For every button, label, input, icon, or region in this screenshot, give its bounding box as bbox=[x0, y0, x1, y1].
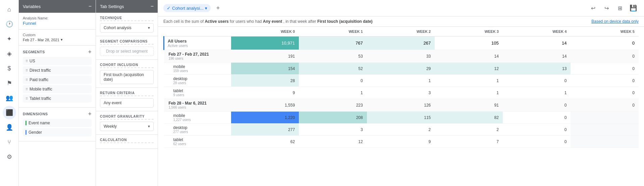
grid-button[interactable]: ⊞ bbox=[614, 3, 625, 13]
drag-dots-icon: ⠿ bbox=[25, 87, 28, 91]
minimize-settings-icon[interactable]: − bbox=[151, 3, 154, 9]
people-icon[interactable]: 👤 bbox=[3, 121, 16, 134]
explore-icon[interactable]: ✦ bbox=[3, 32, 16, 46]
drag-dots-icon: ⠿ bbox=[25, 69, 28, 72]
granularity-dropdown-arrow: ▾ bbox=[148, 124, 150, 129]
col-week0: WEEK 0 bbox=[231, 27, 299, 37]
dimensions-section: DIMENSIONS + Event name Gender bbox=[19, 108, 96, 141]
technique-dropdown[interactable]: Cohort analysis ▾ bbox=[100, 23, 154, 33]
group2-label: Feb 28 - Mar 6, 2021 1,566 users bbox=[164, 99, 231, 112]
g1-tablet-title: tablet bbox=[173, 88, 227, 93]
dimensions-title-row: DIMENSIONS + bbox=[23, 111, 92, 117]
minimize-variables-icon[interactable]: − bbox=[89, 3, 92, 9]
dollar-icon[interactable]: $ bbox=[3, 62, 16, 75]
segment-comparisons-label: SEGMENT COMPARISONS bbox=[100, 40, 154, 45]
g1-tablet-week3: 1 bbox=[435, 87, 503, 99]
segment-label: Mobile traffic bbox=[30, 87, 52, 91]
g2-desktop-week4: 0 bbox=[503, 124, 571, 136]
g1-desktop-label: desktop 28 users bbox=[164, 75, 231, 87]
desc-active-users: Active users bbox=[205, 19, 228, 24]
cohort-analysis-tab[interactable]: ✓ Cohort analysi... ▾ bbox=[163, 4, 211, 12]
group1-week1: 53 bbox=[299, 50, 367, 63]
segment-paid-traffic[interactable]: ⠿ Paid traffic bbox=[23, 76, 92, 84]
g1-desktop-week5: 0 bbox=[571, 75, 639, 87]
dimension-label: Gender bbox=[29, 130, 42, 135]
segment-label: Tablet traffic bbox=[30, 96, 51, 101]
add-tab-button[interactable]: + bbox=[213, 3, 223, 13]
add-dimension-button[interactable]: + bbox=[88, 111, 92, 117]
date-row[interactable]: Feb 27 - Mar 28, 2021 ▾ bbox=[23, 38, 92, 42]
toolbar-right: ↩ ↪ ⊞ 💾 bbox=[588, 3, 639, 13]
col-week5: WEEK 5 bbox=[571, 27, 639, 37]
g1-mobile-title: mobile bbox=[173, 64, 227, 69]
return-criteria-label: RETURN CRITERIA bbox=[100, 91, 154, 96]
date-dropdown-icon[interactable]: ▾ bbox=[61, 38, 63, 42]
group2-mobile-row: mobile 1,227 users 1,220 208 115 82 0 bbox=[164, 112, 639, 124]
g1-mobile-week1: 52 bbox=[299, 63, 367, 75]
g1-tablet-sub: 9 users bbox=[173, 93, 227, 97]
variables-panel-header: Variables − bbox=[19, 0, 96, 13]
redo-button[interactable]: ↪ bbox=[601, 3, 612, 13]
analytics-icon[interactable]: ⬛ bbox=[3, 106, 16, 119]
segment-tablet-traffic[interactable]: ⠿ Tablet traffic bbox=[23, 95, 92, 103]
segment-mobile-traffic[interactable]: ⠿ Mobile traffic bbox=[23, 85, 92, 93]
dim-color-bar bbox=[25, 121, 26, 125]
segment-drop-field[interactable]: Drop or select segment bbox=[100, 47, 154, 56]
g1-desktop-title: desktop bbox=[173, 76, 227, 81]
group1-week4: 14 bbox=[503, 50, 571, 63]
g2-tablet-week2: 9 bbox=[367, 136, 435, 148]
g1-mobile-week0: 154 bbox=[231, 63, 299, 75]
device-data-link[interactable]: Based on device data only bbox=[591, 19, 639, 24]
add-segment-button[interactable]: + bbox=[88, 49, 92, 55]
cohort-inclusion-section: COHORT INCLUSION First touch (acquisitio… bbox=[96, 60, 158, 88]
col-week3: WEEK 3 bbox=[435, 27, 503, 37]
dimension-gender[interactable]: Gender bbox=[23, 128, 92, 136]
cohort-inclusion-value[interactable]: First touch (acquisition date) bbox=[100, 70, 154, 84]
segment-comparisons-section: SEGMENT COMPARISONS Drop or select segme… bbox=[96, 36, 158, 60]
segment-label: Direct traffic bbox=[30, 68, 51, 73]
fork-icon[interactable]: ⑂ bbox=[3, 135, 16, 149]
return-criteria-section: RETURN CRITERIA Any event bbox=[96, 88, 158, 111]
drag-dots-icon: ⠿ bbox=[25, 78, 28, 82]
group2-week3: 91 bbox=[435, 99, 503, 112]
segment-us[interactable]: ⠿ US bbox=[23, 57, 92, 65]
g1-tablet-week4: 1 bbox=[503, 87, 571, 99]
users-icon[interactable]: 👥 bbox=[3, 91, 16, 105]
date-label: Custom bbox=[23, 33, 92, 37]
g2-desktop-sub: 277 users bbox=[173, 130, 227, 134]
save-button[interactable]: 💾 bbox=[628, 3, 639, 13]
dimension-event-name[interactable]: Event name bbox=[23, 119, 92, 127]
group2-title: Feb 28 - Mar 6, 2021 bbox=[169, 101, 227, 106]
col-label bbox=[164, 27, 231, 37]
analysis-name-value[interactable]: Funnel bbox=[23, 21, 92, 26]
col-week1: WEEK 1 bbox=[299, 27, 367, 37]
segment-direct-traffic[interactable]: ⠿ Direct traffic bbox=[23, 66, 92, 74]
group2-week2: 126 bbox=[367, 99, 435, 112]
return-criteria-value[interactable]: Any event bbox=[100, 98, 154, 108]
g2-desktop-label: desktop 277 users bbox=[164, 124, 231, 136]
g1-desktop-week2: 1 bbox=[367, 75, 435, 87]
group2-week5: 0 bbox=[571, 99, 639, 112]
group1-mobile-row: mobile 159 users 154 52 29 12 13 0 bbox=[164, 63, 639, 75]
g1-tablet-week2: 3 bbox=[367, 87, 435, 99]
cohort-granularity-dropdown[interactable]: Weekly ▾ bbox=[100, 122, 154, 131]
clock-icon[interactable]: 🕐 bbox=[3, 17, 16, 31]
tab-settings-panel: Tab Settings − TECHNIQUE Cohort analysis… bbox=[96, 0, 158, 186]
analysis-name-section: Analysis Name: Funnel bbox=[19, 13, 96, 29]
undo-button[interactable]: ↩ bbox=[588, 3, 598, 13]
g2-desktop-week3: 2 bbox=[435, 124, 503, 136]
settings-icon[interactable]: ⚙ bbox=[3, 150, 16, 164]
tab-dropdown-icon[interactable]: ▾ bbox=[205, 6, 207, 11]
home-icon[interactable]: ⌂ bbox=[3, 3, 16, 16]
g1-mobile-week2: 29 bbox=[367, 63, 435, 75]
flag-icon[interactable]: ⚑ bbox=[3, 76, 16, 90]
group2-header-row: Feb 28 - Mar 6, 2021 1,566 users 1,559 2… bbox=[164, 99, 639, 112]
all-users-week0: 10,971 bbox=[231, 37, 299, 50]
tag-icon[interactable]: ◈ bbox=[3, 47, 16, 60]
g2-desktop-week5 bbox=[571, 124, 639, 136]
group1-header-row: Feb 27 - Feb 27, 2021 196 users 191 53 3… bbox=[164, 50, 639, 63]
variables-title: Variables bbox=[23, 4, 41, 9]
group2-week0: 1,559 bbox=[231, 99, 299, 112]
g2-tablet-week4: 0 bbox=[503, 136, 571, 148]
segment-label: Paid traffic bbox=[30, 77, 48, 82]
